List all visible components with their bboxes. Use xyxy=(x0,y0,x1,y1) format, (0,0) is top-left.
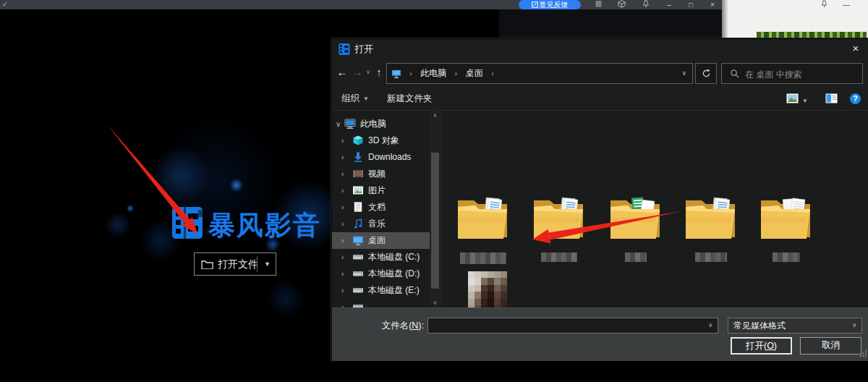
dialog-main: ∨ 此电脑 › 3D 对象 › Downloads › 视频 › 图片 › 文档… xyxy=(332,111,868,307)
view-mode-button[interactable]: ▼ xyxy=(786,93,808,106)
cancel-button[interactable]: 取消 xyxy=(800,337,861,355)
dialog-titlebar: 打开 × xyxy=(332,39,868,59)
help-button[interactable]: ? xyxy=(850,93,861,104)
dialog-footer: 文件名(N): ∨ 常见媒体格式 ∨ 打开(O) 取消 xyxy=(332,307,868,361)
open-file-label: 打开文件 xyxy=(218,253,258,275)
censored-filename xyxy=(460,252,506,264)
address-dropdown-icon[interactable]: ∨ xyxy=(681,64,686,83)
breadcrumb-desktop[interactable]: 桌面 xyxy=(466,68,483,78)
apps-grid-icon[interactable] xyxy=(592,0,605,9)
preview-pane-button[interactable] xyxy=(825,93,838,106)
player-tabbar: 在线视频 本地文件 xyxy=(499,9,722,40)
filename-label: 文件名(N): xyxy=(332,318,424,334)
folder-icon xyxy=(608,193,662,244)
forward-button[interactable]: → xyxy=(352,64,363,81)
dialog-toolbar: 组织▼ 新建文件夹 ▼ ? xyxy=(332,88,868,111)
close-icon[interactable]: × xyxy=(849,39,862,58)
file-grid xyxy=(332,111,868,307)
breadcrumb[interactable]: › 此电脑 › 桌面 › ∨ xyxy=(386,63,693,84)
organize-button[interactable]: 组织▼ xyxy=(341,88,369,110)
chevron-down-icon: ▼ xyxy=(802,98,808,104)
back-button[interactable]: ← xyxy=(336,64,348,81)
background-window: — xyxy=(722,0,868,38)
folder-icon xyxy=(456,193,509,244)
new-folder-button[interactable]: 新建文件夹 xyxy=(387,88,433,110)
bokeh-circle xyxy=(127,205,134,212)
box-icon[interactable] xyxy=(615,0,628,9)
breadcrumb-separator: › xyxy=(486,69,499,77)
window-shadow xyxy=(722,0,728,38)
minimize-icon[interactable]: – xyxy=(663,0,676,9)
close-icon[interactable]: × xyxy=(706,0,719,9)
image-thumbnail xyxy=(468,271,507,307)
search-input[interactable] xyxy=(744,64,861,84)
bokeh-circle xyxy=(105,212,131,238)
chevron-down-icon[interactable]: ▼ xyxy=(264,253,271,275)
check-icon: ✓ xyxy=(2,0,8,9)
resize-grip[interactable] xyxy=(860,347,867,360)
dialog-app-icon xyxy=(339,43,350,58)
search-box[interactable] xyxy=(721,63,863,84)
censored-highlighted-text xyxy=(757,32,867,38)
open-dialog: 打开 × ← → ∨ ↑ › 此电脑 › 桌面 › ∨ 组织▼ 新建文件夹 ▼ xyxy=(331,38,868,362)
desktop-mini-icon xyxy=(391,69,401,82)
folder-item[interactable] xyxy=(597,192,673,307)
baofeng-logo-icon xyxy=(172,207,203,242)
folder-outline-icon xyxy=(201,259,213,272)
button-divider xyxy=(257,256,258,272)
minimize-icon[interactable]: — xyxy=(843,0,850,9)
feedback-button[interactable]: 意见反馈 xyxy=(519,0,581,9)
filetype-value: 常见媒体格式 xyxy=(733,318,786,333)
folder-icon xyxy=(532,193,585,244)
filename-combobox[interactable]: ∨ xyxy=(427,318,718,334)
breadcrumb-this-pc[interactable]: 此电脑 xyxy=(420,68,446,78)
up-button[interactable]: ↑ xyxy=(373,64,385,81)
breadcrumb-separator: › xyxy=(450,69,463,77)
chevron-down-icon: ▼ xyxy=(363,96,369,102)
bokeh-circle xyxy=(230,179,243,192)
dialog-navbar: ← → ∨ ↑ › 此电脑 › 桌面 › ∨ xyxy=(332,59,868,88)
censored-filename xyxy=(625,252,647,262)
image-file-item[interactable] xyxy=(448,268,535,307)
bokeh-circle xyxy=(152,147,210,205)
search-icon xyxy=(730,69,739,78)
app-logo-text: 暴风影音 xyxy=(208,208,321,244)
pin-icon[interactable] xyxy=(639,0,652,9)
filename-input[interactable] xyxy=(431,319,705,334)
filetype-dropdown[interactable]: 常见媒体格式 ∨ xyxy=(728,318,862,334)
censored-filename xyxy=(773,252,800,262)
folder-item[interactable] xyxy=(748,192,824,307)
chevron-down-icon: ∨ xyxy=(852,318,856,333)
folder-item[interactable] xyxy=(673,192,749,307)
open-file-button[interactable]: 打开文件 ▼ xyxy=(194,252,276,276)
breadcrumb-separator: › xyxy=(404,69,417,77)
open-button[interactable]: 打开(O) xyxy=(731,337,792,355)
chevron-down-icon[interactable]: ∨ xyxy=(708,318,712,333)
dialog-title: 打开 xyxy=(354,39,373,59)
bokeh-circle xyxy=(267,280,305,318)
refresh-button[interactable] xyxy=(695,63,717,84)
history-chevron-icon[interactable]: ∨ xyxy=(365,64,372,81)
edit-icon xyxy=(532,1,538,8)
folder-icon xyxy=(759,193,812,244)
censored-filename xyxy=(695,252,727,262)
folder-icon xyxy=(684,193,737,244)
pin-icon[interactable] xyxy=(821,0,827,9)
censored-filename xyxy=(541,252,577,262)
maximize-icon[interactable]: □ xyxy=(684,0,697,9)
